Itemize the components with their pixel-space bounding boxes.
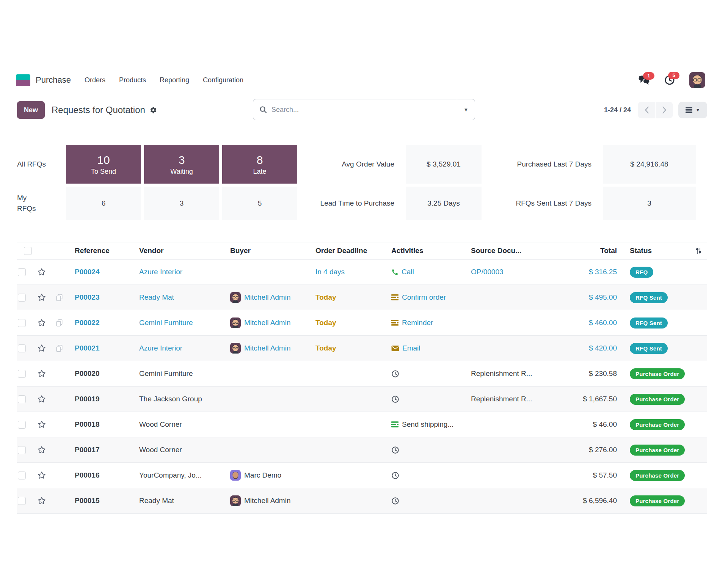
menu-reporting[interactable]: Reporting (160, 76, 189, 84)
menu-orders[interactable]: Orders (85, 76, 105, 84)
activity-label: Send shipping... (402, 420, 453, 429)
activity-cell[interactable]: Email (384, 344, 464, 352)
kpi-my-waiting-card[interactable]: 3 (144, 187, 219, 220)
new-button[interactable]: New (17, 101, 45, 119)
favorite-star-icon[interactable] (33, 293, 50, 302)
row-checkbox[interactable] (18, 294, 26, 302)
kpi-to-send-card[interactable]: 10 To Send (66, 145, 141, 184)
favorite-star-icon[interactable] (33, 267, 50, 277)
rfq-reference[interactable]: P00020 (68, 369, 132, 378)
row-checkbox[interactable] (18, 497, 26, 505)
table-row[interactable]: P00021 Azure Interior (17, 336, 707, 361)
my-rfqs-label: My RFQs (17, 187, 47, 220)
messages-icon[interactable]: 1 (639, 75, 650, 85)
activity-cell[interactable] (384, 472, 464, 479)
header-reference[interactable]: Reference (68, 247, 132, 255)
table-row[interactable]: P00015 Ready Mat (17, 488, 707, 514)
activity-cell[interactable]: Reminder (384, 319, 464, 327)
rfq-reference[interactable]: P00019 (68, 395, 132, 403)
rfq-reference[interactable]: P00021 (68, 344, 132, 352)
table-row[interactable]: P00020 Gemini Furniture (17, 361, 707, 387)
menu-configuration[interactable]: Configuration (203, 76, 243, 84)
header-order-deadline[interactable]: Order Deadline (309, 247, 384, 255)
list-body: P00024 Azure Interior (17, 259, 707, 514)
table-row[interactable]: P00022 Gemini Furniture (17, 310, 707, 336)
activity-list-icon (391, 421, 399, 428)
row-checkbox[interactable] (18, 344, 26, 352)
app-menu: Orders Products Reporting Configuration (85, 76, 243, 84)
kpi-waiting-card[interactable]: 3 Waiting (144, 145, 219, 184)
optional-columns-icon[interactable] (690, 247, 707, 255)
rfq-reference[interactable]: P00017 (68, 446, 132, 454)
favorite-star-icon[interactable] (33, 318, 50, 327)
row-checkbox[interactable] (18, 319, 26, 327)
favorite-star-icon[interactable] (33, 395, 50, 404)
status-badge: RFQ Sent (630, 292, 668, 303)
header-status[interactable]: Status (623, 247, 690, 255)
vendor-name: Ready Mat (132, 497, 223, 505)
pager-prev-icon[interactable] (638, 102, 656, 118)
row-checkbox[interactable] (18, 472, 26, 479)
search-dropdown-toggle[interactable]: ▼ (457, 99, 475, 120)
activity-cell[interactable] (384, 446, 464, 454)
row-check-cell (17, 497, 33, 505)
order-deadline: In 4 days (309, 268, 384, 276)
favorite-star-icon[interactable] (33, 445, 50, 454)
menu-products[interactable]: Products (119, 76, 146, 84)
select-all-checkbox[interactable] (24, 247, 32, 255)
rfq-reference[interactable]: P00016 (68, 471, 132, 479)
pager-next-icon[interactable] (656, 102, 673, 118)
favorite-star-icon[interactable] (33, 420, 50, 429)
activity-cell[interactable] (384, 370, 464, 378)
favorite-star-icon[interactable] (33, 496, 50, 505)
kpi-my-to-send-card[interactable]: 6 (66, 187, 141, 220)
kpi-late-card[interactable]: 8 Late (222, 145, 297, 184)
buyer-name: Mitchell Admin (244, 497, 291, 505)
activity-cell[interactable]: Send shipping... (384, 420, 464, 429)
row-checkbox[interactable] (18, 370, 26, 378)
buyer-cell: Mitchell Admin (223, 292, 309, 303)
status-badge: Purchase Order (630, 394, 685, 405)
favorite-star-icon[interactable] (33, 369, 50, 378)
rfq-reference[interactable]: P00023 (68, 293, 132, 302)
purchase-app-icon[interactable] (16, 74, 30, 86)
header-total[interactable]: Total (566, 247, 623, 255)
row-check-cell (17, 344, 33, 352)
row-checkbox[interactable] (18, 446, 26, 454)
activity-cell[interactable] (384, 395, 464, 403)
status-cell: Purchase Order (623, 368, 690, 379)
activities-icon[interactable]: 5 (664, 75, 675, 85)
app-name[interactable]: Purchase (36, 75, 71, 85)
table-row[interactable]: P00018 Wood Corner (17, 412, 707, 437)
activity-cell[interactable] (384, 497, 464, 505)
header-source-document[interactable]: Source Docu... (464, 247, 566, 255)
header-buyer[interactable]: Buyer (223, 247, 309, 255)
view-switcher[interactable]: ▼ (678, 102, 707, 118)
favorite-star-icon[interactable] (33, 344, 50, 353)
rfq-reference[interactable]: P00018 (68, 420, 132, 429)
row-checkbox[interactable] (18, 268, 26, 276)
kpi-my-late-card[interactable]: 5 (222, 187, 297, 220)
header-vendor[interactable]: Vendor (132, 247, 223, 255)
table-row[interactable]: P00017 Wood Corner (17, 437, 707, 463)
row-checkbox[interactable] (18, 395, 26, 403)
table-row[interactable]: P00023 Ready Mat (17, 285, 707, 310)
user-avatar[interactable] (689, 72, 705, 88)
status-cell: RFQ Sent (623, 318, 690, 329)
activity-cell[interactable]: Call (384, 268, 464, 276)
table-row[interactable]: P00019 The Jackson Group (17, 387, 707, 412)
rfq-reference[interactable]: P00024 (68, 268, 132, 276)
activity-label: Email (402, 344, 420, 352)
table-row[interactable]: P00024 Azure Interior (17, 259, 707, 285)
rfq-reference[interactable]: P00022 (68, 319, 132, 327)
activity-cell[interactable]: Confirm order (384, 293, 464, 302)
favorite-star-icon[interactable] (33, 471, 50, 480)
kpi-metrics: Avg Order Value $ 3,529.01 Lead Time to … (311, 145, 696, 220)
rfq-reference[interactable]: P00015 (68, 497, 132, 505)
search-input[interactable] (271, 105, 457, 114)
header-activities[interactable]: Activities (384, 247, 464, 255)
nav-right: 1 5 (639, 72, 705, 88)
row-checkbox[interactable] (18, 421, 26, 429)
gear-icon[interactable] (150, 107, 157, 114)
table-row[interactable]: P00016 YourCompany, Jo... (17, 463, 707, 488)
